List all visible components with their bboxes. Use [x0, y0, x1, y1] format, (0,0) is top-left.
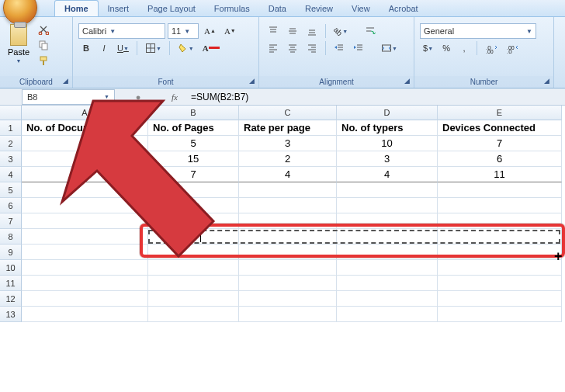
row-header[interactable]: 1	[0, 120, 22, 136]
row-header[interactable]: 2	[0, 136, 22, 151]
format-painter-icon[interactable]	[36, 54, 50, 68]
copy-icon[interactable]	[36, 38, 50, 52]
italic-button[interactable]: I	[96, 40, 112, 56]
row-header[interactable]: 13	[0, 307, 22, 322]
row-header[interactable]: 8	[0, 229, 22, 245]
dialog-launcher-font[interactable]: ◢	[246, 75, 257, 86]
cell[interactable]	[239, 182, 337, 198]
cell[interactable]	[337, 198, 438, 213]
cell[interactable]: 3	[337, 151, 438, 167]
cell[interactable]	[438, 182, 562, 198]
cell[interactable]	[239, 260, 337, 276]
col-header-b[interactable]: B	[148, 106, 239, 120]
cell[interactable]	[438, 307, 562, 322]
cut-icon[interactable]	[36, 23, 50, 36]
comma-button[interactable]: ,	[456, 40, 472, 56]
tab-review[interactable]: Review	[296, 1, 342, 16]
cell[interactable]: 4	[337, 167, 438, 182]
cell[interactable]	[148, 260, 239, 276]
cell[interactable]	[438, 198, 562, 213]
dialog-launcher-clipboard[interactable]: ◢	[60, 75, 71, 86]
percent-button[interactable]: %	[438, 40, 454, 56]
cell[interactable]	[22, 276, 148, 291]
cell[interactable]	[337, 182, 438, 198]
cell[interactable]	[239, 291, 337, 307]
increase-font-icon[interactable]: A▲	[201, 23, 219, 39]
number-format-combo[interactable]: General▼	[420, 23, 536, 39]
row-header[interactable]: 11	[0, 276, 22, 291]
row-header[interactable]: 12	[0, 291, 22, 307]
cell[interactable]: 11	[438, 167, 562, 182]
tab-formulas[interactable]: Formulas	[205, 1, 259, 16]
cell[interactable]	[22, 167, 148, 182]
cell[interactable]	[239, 198, 337, 213]
fx-icon[interactable]: fx	[161, 92, 188, 102]
cell[interactable]: 15	[148, 151, 239, 167]
cell[interactable]	[22, 307, 148, 322]
cell[interactable]: No. of Pages	[148, 120, 239, 136]
cell[interactable]: 2	[239, 151, 337, 167]
row-header[interactable]: 10	[0, 260, 22, 276]
align-left-icon[interactable]	[265, 40, 282, 56]
tab-home[interactable]: Home	[54, 0, 99, 16]
wrap-text-icon[interactable]	[362, 23, 379, 39]
cell[interactable]	[148, 307, 239, 322]
row-header[interactable]: 7	[0, 213, 22, 229]
orientation-icon[interactable]: ab▼	[331, 23, 351, 39]
cell[interactable]	[438, 276, 562, 291]
cell[interactable]	[239, 276, 337, 291]
merge-center-icon[interactable]: ▼	[378, 40, 400, 56]
cell[interactable]	[337, 276, 438, 291]
formula-input[interactable]: =SUM(B2:B7)	[188, 92, 565, 102]
cell[interactable]	[22, 182, 148, 198]
cell[interactable]: Rate per page	[239, 120, 337, 136]
decrease-indent-icon[interactable]	[331, 40, 348, 56]
cell[interactable]: No. of typers	[337, 120, 438, 136]
cell[interactable]	[22, 245, 148, 260]
currency-button[interactable]: $▼	[420, 40, 436, 56]
fill-color-button[interactable]: ▼	[175, 40, 197, 56]
align-center-icon[interactable]	[284, 40, 301, 56]
cell[interactable]	[239, 307, 337, 322]
increase-indent-icon[interactable]	[350, 40, 367, 56]
worksheet[interactable]: A B C D E 1 No. of Documents No. of Page…	[0, 106, 565, 322]
cell[interactable]	[438, 260, 562, 276]
col-header-d[interactable]: D	[337, 106, 438, 120]
cell[interactable]	[22, 260, 148, 276]
dialog-launcher-number[interactable]: ◢	[541, 75, 552, 86]
tab-acrobat[interactable]: Acrobat	[380, 1, 428, 16]
decrease-font-icon[interactable]: A▼	[221, 23, 239, 39]
row-header[interactable]: 9	[0, 245, 22, 260]
cell[interactable]: 7	[438, 136, 562, 151]
decrease-decimal-icon[interactable]: .00.0	[503, 40, 522, 56]
col-header-e[interactable]: E	[438, 106, 562, 120]
font-family-combo[interactable]: Calibri▼	[78, 23, 165, 39]
tab-insert[interactable]: Insert	[99, 1, 139, 16]
cell[interactable]: 5	[148, 136, 239, 151]
align-middle-icon[interactable]	[284, 23, 301, 39]
cell[interactable]	[22, 151, 148, 167]
tab-data[interactable]: Data	[259, 1, 296, 16]
font-size-combo[interactable]: 11▼	[168, 23, 199, 39]
cell[interactable]	[22, 229, 148, 245]
row-header[interactable]: 4	[0, 167, 22, 182]
cell[interactable]	[148, 276, 239, 291]
cell[interactable]	[22, 213, 148, 229]
cell[interactable]: Devices Connected	[438, 120, 562, 136]
cell[interactable]: No. of Documents	[22, 120, 148, 136]
col-header-c[interactable]: C	[239, 106, 337, 120]
underline-button[interactable]: U▼	[114, 40, 132, 56]
cell[interactable]: 10	[337, 136, 438, 151]
cell[interactable]	[148, 182, 239, 198]
cell[interactable]	[22, 291, 148, 307]
tab-page-layout[interactable]: Page Layout	[138, 1, 205, 16]
align-top-icon[interactable]	[265, 23, 282, 39]
cell[interactable]	[337, 307, 438, 322]
name-box[interactable]: B8 ▼	[22, 89, 115, 105]
paste-button[interactable]: Paste ▼	[4, 19, 33, 75]
font-color-button[interactable]: A	[199, 40, 223, 56]
align-bottom-icon[interactable]	[303, 23, 321, 39]
cell[interactable]	[337, 291, 438, 307]
cell[interactable]	[337, 260, 438, 276]
cell[interactable]	[22, 198, 148, 213]
